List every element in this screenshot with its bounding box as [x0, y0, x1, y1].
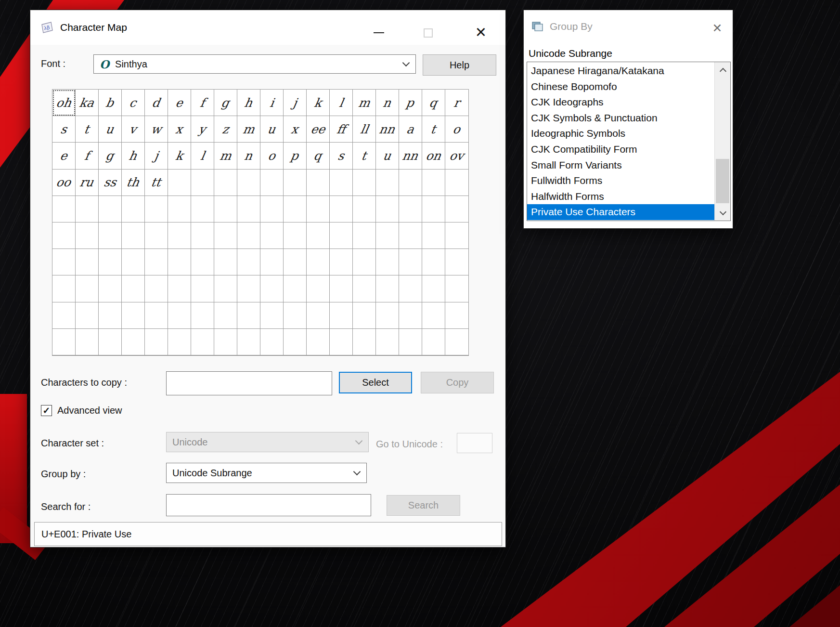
- glyph-cell[interactable]: c: [122, 90, 145, 116]
- glyph-cell[interactable]: x: [284, 116, 307, 143]
- glyph-cell[interactable]: [330, 249, 353, 275]
- glyph-cell[interactable]: j: [145, 143, 168, 169]
- glyph-cell[interactable]: b: [99, 90, 122, 116]
- glyph-cell[interactable]: u: [99, 116, 122, 143]
- glyph-cell[interactable]: q: [422, 90, 445, 116]
- glyph-cell[interactable]: [330, 170, 353, 196]
- glyph-cell[interactable]: [76, 329, 99, 355]
- glyph-cell[interactable]: v: [122, 116, 145, 143]
- glyph-cell[interactable]: [237, 275, 260, 302]
- glyph-cell[interactable]: [399, 170, 422, 196]
- glyph-cell[interactable]: m: [353, 90, 376, 116]
- glyph-cell[interactable]: [145, 275, 168, 302]
- glyph-cell[interactable]: [353, 170, 376, 196]
- list-item[interactable]: Small Form Variants: [527, 157, 714, 173]
- glyph-cell[interactable]: [422, 222, 445, 249]
- glyph-cell[interactable]: [214, 196, 237, 222]
- glyph-cell[interactable]: [422, 329, 445, 355]
- glyph-cell[interactable]: [353, 249, 376, 275]
- glyph-cell[interactable]: [52, 329, 76, 355]
- glyph-cell[interactable]: [76, 249, 99, 275]
- glyph-cell[interactable]: w: [145, 116, 168, 143]
- search-input[interactable]: [166, 494, 371, 516]
- glyph-cell[interactable]: [399, 329, 422, 355]
- glyph-cell[interactable]: [214, 275, 237, 302]
- glyph-cell[interactable]: [168, 302, 191, 329]
- glyph-cell[interactable]: [376, 275, 399, 302]
- glyph-cell[interactable]: ff: [330, 116, 353, 143]
- glyph-cell[interactable]: ka: [76, 90, 99, 116]
- glyph-cell[interactable]: ee: [307, 116, 330, 143]
- go-to-unicode-input[interactable]: [457, 433, 492, 453]
- glyph-cell[interactable]: [284, 302, 307, 329]
- glyph-cell[interactable]: [445, 170, 468, 196]
- glyph-cell[interactable]: ll: [353, 116, 376, 143]
- select-button[interactable]: Select: [339, 372, 412, 393]
- glyph-cell[interactable]: [168, 249, 191, 275]
- glyph-cell[interactable]: u: [376, 143, 399, 169]
- advanced-view-checkbox[interactable]: ✓: [41, 405, 52, 416]
- list-item[interactable]: CJK Ideographs: [527, 94, 714, 110]
- glyph-cell[interactable]: k: [307, 90, 330, 116]
- glyph-cell[interactable]: ru: [76, 170, 99, 196]
- list-item[interactable]: CJK Symbols & Punctuation: [527, 110, 714, 126]
- glyph-cell[interactable]: [260, 170, 284, 196]
- font-combo[interactable]: O Sinthya: [93, 54, 416, 74]
- minimize-button[interactable]: [367, 24, 390, 42]
- glyph-cell[interactable]: [284, 249, 307, 275]
- glyph-cell[interactable]: x: [168, 116, 191, 143]
- glyph-cell[interactable]: j: [284, 90, 307, 116]
- glyph-cell[interactable]: [307, 329, 330, 355]
- glyph-cell[interactable]: [237, 329, 260, 355]
- glyph-cell[interactable]: n: [237, 143, 260, 169]
- glyph-cell[interactable]: t: [353, 143, 376, 169]
- glyph-cell[interactable]: h: [122, 143, 145, 169]
- glyph-cell[interactable]: [214, 302, 237, 329]
- list-item[interactable]: CJK Compatibility Form: [527, 142, 714, 157]
- glyph-cell[interactable]: r: [445, 90, 468, 116]
- glyph-cell[interactable]: [445, 196, 468, 222]
- glyph-cell[interactable]: [122, 302, 145, 329]
- glyph-cell[interactable]: [99, 249, 122, 275]
- glyph-cell[interactable]: [191, 275, 214, 302]
- glyph-cell[interactable]: [284, 170, 307, 196]
- glyph-cell[interactable]: [260, 249, 284, 275]
- glyph-cell[interactable]: m: [214, 143, 237, 169]
- glyph-cell[interactable]: [353, 222, 376, 249]
- glyph-cell[interactable]: k: [168, 143, 191, 169]
- glyph-cell[interactable]: [168, 196, 191, 222]
- glyph-cell[interactable]: tt: [145, 170, 168, 196]
- glyph-cell[interactable]: [307, 302, 330, 329]
- glyph-cell[interactable]: [399, 222, 422, 249]
- glyph-cell[interactable]: [145, 222, 168, 249]
- glyph-cell[interactable]: [330, 275, 353, 302]
- glyph-cell[interactable]: l: [330, 90, 353, 116]
- list-item[interactable]: Fullwidth Forms: [527, 173, 714, 189]
- scroll-up-button[interactable]: [715, 62, 731, 78]
- list-item[interactable]: Ideographic Symbols: [527, 126, 714, 142]
- glyph-cell[interactable]: [52, 302, 76, 329]
- character-set-combo[interactable]: Unicode: [166, 432, 369, 452]
- glyph-cell[interactable]: s: [52, 116, 76, 143]
- glyph-cell[interactable]: [353, 329, 376, 355]
- glyph-cell[interactable]: a: [399, 116, 422, 143]
- glyph-cell[interactable]: [353, 196, 376, 222]
- glyph-cell[interactable]: [260, 275, 284, 302]
- glyph-cell[interactable]: d: [145, 90, 168, 116]
- glyph-cell[interactable]: t: [76, 116, 99, 143]
- glyph-cell[interactable]: o: [260, 143, 284, 169]
- glyph-cell[interactable]: [330, 196, 353, 222]
- glyph-cell[interactable]: u: [260, 116, 284, 143]
- glyph-cell[interactable]: [99, 222, 122, 249]
- glyph-cell[interactable]: [237, 302, 260, 329]
- glyph-cell[interactable]: [376, 196, 399, 222]
- glyph-cell[interactable]: [237, 170, 260, 196]
- glyph-cell[interactable]: [330, 302, 353, 329]
- glyph-cell[interactable]: [214, 222, 237, 249]
- glyph-cell[interactable]: [214, 249, 237, 275]
- glyph-cell[interactable]: [122, 196, 145, 222]
- list-item[interactable]: Private Use Characters: [527, 204, 714, 220]
- glyph-cell[interactable]: [214, 170, 237, 196]
- glyph-cell[interactable]: [76, 302, 99, 329]
- scrollbar[interactable]: [714, 62, 730, 221]
